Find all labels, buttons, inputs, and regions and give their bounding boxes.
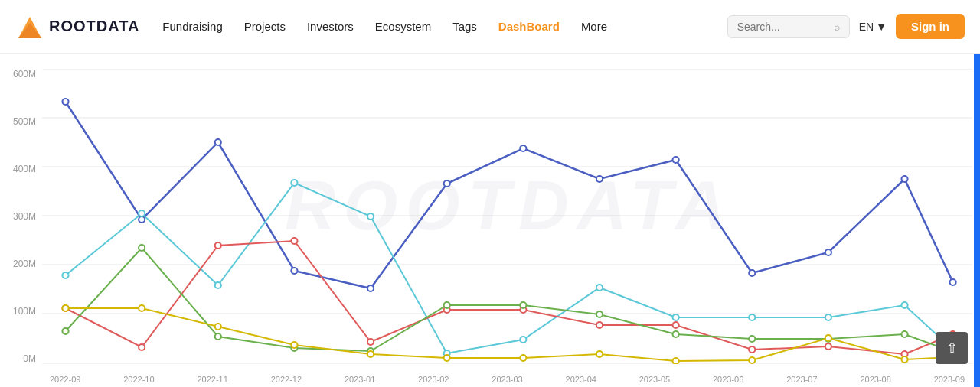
x-label-11: 2023-08 bbox=[860, 375, 890, 384]
svg-point-49 bbox=[62, 328, 68, 334]
svg-point-46 bbox=[825, 343, 831, 350]
nav-dashboard[interactable]: DashBoard bbox=[498, 20, 560, 33]
chevron-up-icon: ⇧ bbox=[946, 340, 958, 356]
y-axis-labels: 600M 500M 400M 300M 200M 100M 0M bbox=[0, 69, 42, 364]
y-label-200: 200M bbox=[13, 259, 36, 269]
chart-container: 600M 500M 400M 300M 200M 100M 0M ROOTDAT… bbox=[0, 54, 980, 387]
search-input[interactable] bbox=[737, 21, 828, 33]
y-label-400: 400M bbox=[13, 164, 36, 174]
nav-right: ⌕ EN ▼ Sign in bbox=[727, 14, 965, 39]
y-label-600: 600M bbox=[13, 69, 36, 80]
logo[interactable]: ROOTDATA bbox=[15, 12, 139, 41]
svg-point-24 bbox=[139, 210, 145, 216]
svg-point-23 bbox=[62, 272, 68, 278]
svg-point-12 bbox=[215, 139, 221, 145]
svg-point-56 bbox=[596, 311, 603, 317]
svg-point-45 bbox=[749, 346, 755, 353]
svg-point-11 bbox=[139, 216, 145, 223]
svg-point-37 bbox=[139, 344, 145, 350]
lang-selector[interactable]: EN ▼ bbox=[859, 21, 887, 33]
svg-point-31 bbox=[673, 314, 679, 320]
x-label-2: 2022-11 bbox=[197, 375, 227, 384]
svg-point-71 bbox=[749, 357, 755, 363]
sign-in-button[interactable]: Sign in bbox=[896, 14, 965, 39]
svg-point-16 bbox=[520, 145, 526, 151]
svg-point-72 bbox=[825, 335, 831, 341]
nav-links: Fundraising Projects Investors Ecosystem… bbox=[162, 20, 727, 33]
x-label-1: 2022-10 bbox=[123, 375, 154, 384]
y-label-100: 100M bbox=[13, 306, 36, 317]
svg-point-43 bbox=[596, 322, 603, 328]
svg-point-67 bbox=[444, 355, 450, 361]
svg-point-38 bbox=[215, 242, 221, 249]
svg-point-17 bbox=[596, 176, 603, 182]
svg-point-66 bbox=[368, 351, 374, 357]
y-label-300: 300M bbox=[13, 211, 36, 222]
svg-point-18 bbox=[673, 157, 679, 163]
svg-point-69 bbox=[596, 351, 603, 357]
chevron-down-icon: ▼ bbox=[876, 21, 887, 33]
x-label-10: 2023-07 bbox=[786, 375, 817, 384]
x-label-3: 2022-12 bbox=[271, 375, 302, 384]
nav-tags[interactable]: Tags bbox=[452, 20, 477, 33]
nav-more[interactable]: More bbox=[581, 20, 607, 33]
svg-point-29 bbox=[520, 337, 526, 343]
svg-point-63 bbox=[139, 305, 145, 311]
svg-point-22 bbox=[950, 279, 956, 285]
svg-point-64 bbox=[215, 324, 221, 330]
svg-point-54 bbox=[444, 302, 450, 308]
x-label-5: 2023-02 bbox=[418, 375, 449, 384]
svg-point-50 bbox=[139, 245, 145, 251]
y-label-0: 0M bbox=[23, 353, 36, 364]
x-label-0: 2022-09 bbox=[50, 375, 80, 384]
search-box[interactable]: ⌕ bbox=[727, 15, 850, 38]
svg-point-20 bbox=[825, 249, 831, 255]
logo-text: ROOTDATA bbox=[49, 18, 139, 35]
nav-projects[interactable]: Projects bbox=[244, 20, 286, 33]
svg-point-60 bbox=[901, 331, 907, 337]
y-label-500: 500M bbox=[13, 116, 36, 127]
x-label-8: 2023-05 bbox=[639, 375, 670, 384]
svg-point-65 bbox=[291, 342, 297, 348]
x-label-4: 2023-01 bbox=[345, 375, 375, 384]
scroll-to-top-button[interactable]: ⇧ bbox=[936, 332, 968, 364]
scrollbar[interactable] bbox=[974, 54, 980, 387]
svg-point-32 bbox=[749, 314, 755, 320]
nav-ecosystem[interactable]: Ecosystem bbox=[375, 20, 431, 33]
line-chart: ROOTDATA bbox=[42, 69, 972, 364]
x-label-7: 2023-04 bbox=[566, 375, 596, 384]
svg-point-73 bbox=[901, 356, 907, 363]
svg-point-10 bbox=[62, 99, 68, 105]
svg-point-34 bbox=[901, 302, 907, 308]
svg-point-13 bbox=[291, 268, 297, 274]
svg-point-21 bbox=[901, 176, 907, 182]
svg-text:ROOTDATA: ROOTDATA bbox=[285, 167, 733, 244]
search-icon: ⌕ bbox=[834, 21, 840, 33]
svg-point-57 bbox=[673, 331, 679, 337]
x-axis-labels: 2022-09 2022-10 2022-11 2022-12 2023-01 … bbox=[42, 375, 972, 384]
svg-marker-1 bbox=[18, 23, 41, 38]
svg-point-70 bbox=[673, 358, 679, 364]
svg-point-19 bbox=[749, 270, 755, 276]
lang-label: EN bbox=[859, 21, 874, 33]
logo-icon bbox=[15, 12, 44, 41]
svg-point-26 bbox=[291, 180, 297, 186]
svg-point-51 bbox=[215, 333, 221, 340]
nav-fundraising[interactable]: Fundraising bbox=[162, 20, 222, 33]
x-label-9: 2023-06 bbox=[713, 375, 743, 384]
svg-point-27 bbox=[368, 213, 374, 220]
svg-point-15 bbox=[444, 180, 450, 187]
svg-point-68 bbox=[520, 355, 526, 361]
svg-point-62 bbox=[62, 305, 68, 311]
navbar: ROOTDATA Fundraising Projects Investors … bbox=[0, 0, 980, 54]
x-label-12: 2023-09 bbox=[934, 375, 965, 384]
nav-investors[interactable]: Investors bbox=[307, 20, 354, 33]
svg-point-39 bbox=[291, 238, 297, 244]
svg-point-30 bbox=[596, 285, 603, 291]
svg-point-58 bbox=[749, 336, 755, 342]
svg-point-55 bbox=[520, 302, 526, 308]
x-label-6: 2023-03 bbox=[492, 375, 522, 384]
svg-point-25 bbox=[215, 282, 221, 288]
svg-point-40 bbox=[368, 339, 374, 345]
svg-point-33 bbox=[825, 314, 831, 320]
